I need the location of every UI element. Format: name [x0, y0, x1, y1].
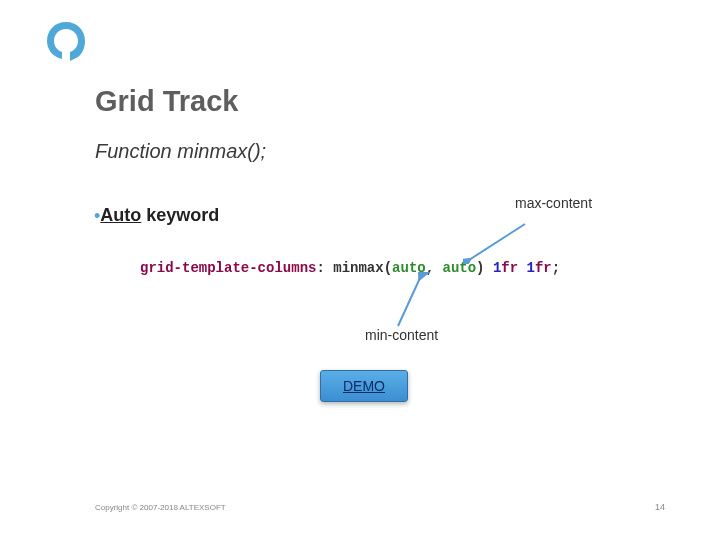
slide-title: Grid Track: [95, 85, 238, 118]
slide-subtitle: Function minmax();: [95, 140, 266, 163]
company-logo: S: [45, 20, 87, 66]
svg-line-1: [469, 224, 525, 260]
bullet-keyword: Auto: [100, 205, 141, 225]
demo-button[interactable]: DEMO: [320, 370, 408, 402]
page-number: 14: [655, 502, 665, 512]
copyright-text: Copyright © 2007-2018 ALTEXSOFT: [95, 503, 226, 512]
code-function: minmax: [333, 260, 383, 276]
svg-line-2: [398, 278, 420, 326]
svg-text:S: S: [61, 33, 72, 50]
code-property: grid-template-columns: [140, 260, 316, 276]
arrow-min-icon: [390, 272, 440, 330]
arrow-max-icon: [463, 222, 533, 264]
bullet-text: keyword: [141, 205, 219, 225]
annotation-max-content: max-content: [515, 195, 595, 211]
bullet-auto-keyword: •Auto keyword: [94, 205, 219, 227]
slide: S Grid Track Function minmax(); •Auto ke…: [0, 0, 720, 540]
